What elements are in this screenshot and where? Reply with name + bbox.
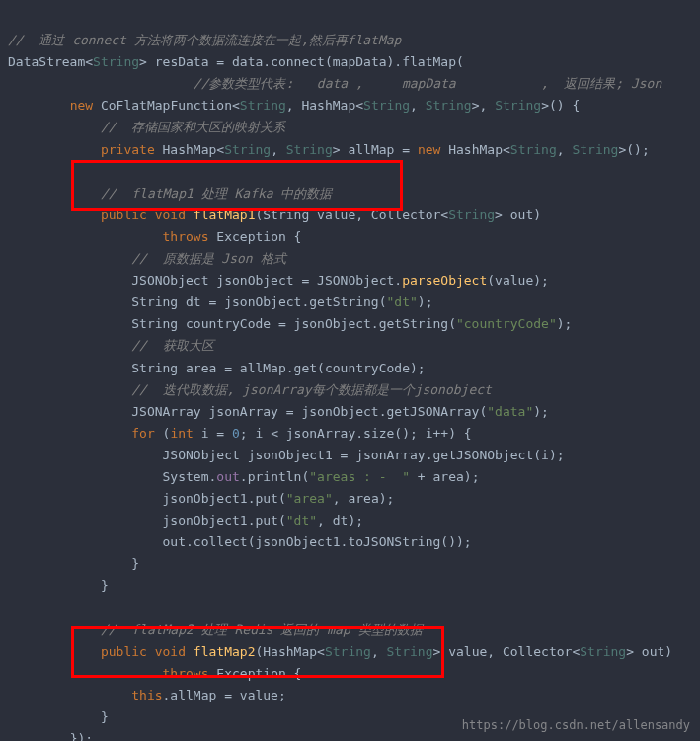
comment-line: // flatMap1 处理 Kafka 中的数据 <box>101 186 333 201</box>
watermark-text: https://blog.csdn.net/allensandy <box>462 715 690 735</box>
code-line: private HashMap<String, String> allMap =… <box>101 142 650 157</box>
code-line: String dt = jsonObject.getString("dt"); <box>131 294 432 309</box>
code-line: this.allMap = value; <box>131 688 286 702</box>
code-line: throws Exception { <box>163 666 302 681</box>
code-line: JSONObject jsonObject1 = jsonArray.getJS… <box>163 448 565 462</box>
code-line: throws Exception { <box>163 229 302 244</box>
code-line: new CoFlatMapFunction<String, HashMap<St… <box>70 98 581 113</box>
comment-line: // 通过 connect 方法将两个数据流连接在一起,然后再flatMap <box>8 33 401 47</box>
code-line: public void flatMap2(HashMap<String, Str… <box>101 644 672 659</box>
code-line: String area = allMap.get(countryCode); <box>131 361 425 375</box>
code-line: System.out.println("areas : - " + area); <box>163 469 480 484</box>
comment-line: // flatMap2 处理 Redis 返回的 map 类型的数据 <box>101 622 423 637</box>
comment-line: // 存储国家和大区的映射关系 <box>101 120 285 134</box>
code-line: JSONObject jsonObject = JSONObject.parse… <box>131 273 549 288</box>
comment-line: // 迭代取数据, jsonArray每个数据都是一个jsonobject <box>131 382 492 397</box>
comment-line: //参数类型代表: data , mapData , 返回结果; Json <box>194 76 661 91</box>
code-line: out.collect(jsonObject1.toJSONString()); <box>163 535 472 549</box>
code-block: // 通过 connect 方法将两个数据流连接在一起,然后再flatMap D… <box>8 8 692 741</box>
code-line: for (int i = 0; i < jsonArray.size(); i+… <box>131 426 471 441</box>
code-line: String countryCode = jsonObject.getStrin… <box>131 316 572 331</box>
code-line: jsonObject1.put("dt", dt); <box>163 513 364 528</box>
code-line: JSONArray jsonArray = jsonObject.getJSON… <box>131 404 549 419</box>
comment-line: // 原数据是 Json 格式 <box>131 251 285 266</box>
code-line: } <box>101 709 109 724</box>
code-line: jsonObject1.put("area", area); <box>163 491 395 506</box>
code-line: } <box>131 556 139 571</box>
code-line: } <box>101 578 109 593</box>
code-line: DataStream<String> resData = data.connec… <box>8 54 464 69</box>
code-line: }); <box>70 731 93 741</box>
comment-line: // 获取大区 <box>131 338 213 353</box>
code-line: public void flatMap1(String value, Colle… <box>101 207 541 222</box>
